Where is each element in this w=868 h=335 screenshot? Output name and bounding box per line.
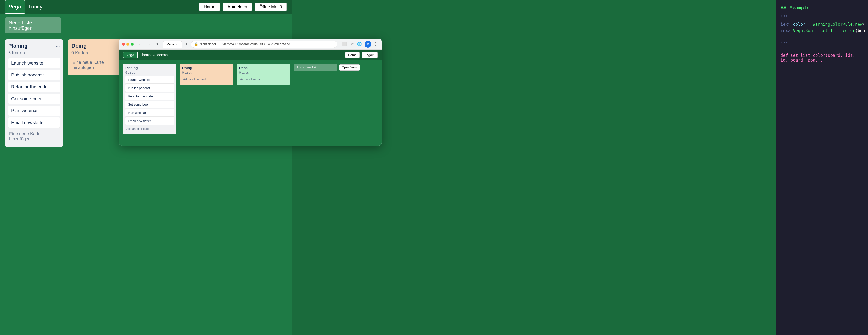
inner-list-done: Done ··· 0 cards Add another card <box>237 64 290 85</box>
bookmark-button[interactable]: ☆ <box>349 41 355 47</box>
inner-list-doing: Doing ··· 0 cards Add another card <box>180 64 233 85</box>
browser-url: lvh.me:4001/board/5e90a8a3306a5f0a91a75a… <box>222 42 290 46</box>
inner-list-planing-menu[interactable]: ··· <box>171 66 174 70</box>
inner-list-planing-count: 6 cards <box>125 71 174 74</box>
browser-chrome: ← → ↻ Vega × + 🔒 Nicht sicher | lvh.me:4… <box>119 39 381 49</box>
browser-window-controls <box>122 43 134 46</box>
browser-back-button[interactable]: ← <box>137 41 144 47</box>
inner-app-name-button[interactable]: Vega <box>123 52 138 58</box>
security-icon: 🔒 <box>194 42 198 46</box>
inner-list-doing-header: Doing ··· <box>182 66 231 70</box>
inner-list-planing-header: Planing ··· <box>125 66 174 70</box>
bg-app-name-button[interactable]: Vega <box>5 0 25 13</box>
list-item[interactable]: Publish podcast <box>8 70 60 80</box>
list-item[interactable]: Launch website <box>8 58 60 68</box>
inner-list-done-count: 0 cards <box>239 71 288 74</box>
code-divider: """ <box>780 14 863 20</box>
bg-list-doing-header: Doing ··· <box>71 43 123 49</box>
bg-list-doing: Doing ··· 0 Karten Eine neue Karte hinzu… <box>68 39 126 75</box>
inner-list-planing: Planing ··· 6 cards Launch website Publi… <box>123 64 177 134</box>
inner-home-button[interactable]: Home <box>345 52 360 58</box>
bg-abmelden-button[interactable]: Abmelden <box>223 3 252 11</box>
inner-planing-add-card[interactable]: Add another card <box>125 126 174 132</box>
browser-refresh-button[interactable]: ↻ <box>154 41 160 47</box>
bg-doing-add-card[interactable]: Eine neue Karte hinzufügen <box>71 58 123 72</box>
browser-avatar[interactable]: M <box>365 41 371 47</box>
inner-app: Vega Thomas Anderson Home Logout Planing… <box>119 49 381 146</box>
bg-list-planing-header: Planing ··· <box>8 43 60 49</box>
inner-open-menu-button[interactable]: Open Menu <box>339 64 360 71</box>
browser-forward-button[interactable]: → <box>145 41 152 47</box>
inner-list-done-title: Done <box>239 66 248 70</box>
browser-nav: ← → ↻ <box>137 41 160 47</box>
list-item[interactable]: Get some beer <box>125 101 174 108</box>
inner-doing-add-card[interactable]: Add another card <box>182 76 231 82</box>
bg-home-button[interactable]: Home <box>199 3 220 11</box>
cast-button[interactable]: ⬜ <box>341 41 348 47</box>
inner-done-add-card[interactable]: Add another card <box>239 76 288 82</box>
inner-user-name: Thomas Anderson <box>140 53 168 57</box>
inner-board: Planing ··· 6 cards Launch website Publi… <box>119 60 381 138</box>
browser-address-bar[interactable]: 🔒 Nicht sicher | lvh.me:4001/board/5e90a… <box>191 40 337 48</box>
translate-button[interactable]: 🌐 <box>356 41 363 47</box>
code-line-1: iex> color = WarningColorRule.new("green… <box>780 22 863 27</box>
inner-list-doing-count: 0 cards <box>182 71 231 74</box>
browser-tab[interactable]: Vega × <box>162 41 182 47</box>
bg-header-right: Home Abmelden Öffne Menü <box>199 3 287 11</box>
browser-dot-green <box>131 43 134 46</box>
inner-list-doing-menu[interactable]: ··· <box>228 66 231 70</box>
bg-neue-liste-label: Neue Liste hinzufügen <box>9 20 33 31</box>
inner-list-planing-title: Planing <box>125 66 138 70</box>
inner-list-doing-title: Doing <box>182 66 192 70</box>
security-label: Nicht sicher <box>199 42 216 46</box>
bg-list-planing-title: Planing <box>8 43 27 49</box>
list-item[interactable]: Launch website <box>125 76 174 83</box>
inner-list-done-menu[interactable]: ··· <box>285 66 288 70</box>
code-panel: ## Example """ iex> color = WarningColor… <box>776 0 868 335</box>
list-item[interactable]: Plan webinar <box>8 106 60 116</box>
list-item[interactable]: Publish podcast <box>125 85 174 92</box>
bg-list-planing-count: 6 Karten <box>8 51 60 56</box>
bg-oeffne-menu-button[interactable]: Öffne Menü <box>255 3 287 11</box>
code-divider-2: """ <box>780 41 863 46</box>
code-heading: ## Example <box>780 5 863 11</box>
bg-list-doing-title: Doing <box>71 43 87 49</box>
list-item[interactable]: Get some beer <box>8 94 60 104</box>
inner-header: Vega Thomas Anderson Home Logout <box>119 49 381 60</box>
bg-list-planing: Planing ··· 6 Karten Launch website Publ… <box>5 39 63 147</box>
browser-window: ← → ↻ Vega × + 🔒 Nicht sicher | lvh.me:4… <box>119 39 381 146</box>
browser-tab-title: Vega <box>167 42 174 46</box>
list-item[interactable]: Email newsletter <box>8 118 60 128</box>
list-item[interactable]: Plan webinar <box>125 109 174 116</box>
browser-tab-close[interactable]: × <box>176 43 178 46</box>
inner-add-list-input[interactable] <box>293 64 337 71</box>
more-button[interactable]: ⋮ <box>373 41 379 47</box>
bg-header: Vega Trinity Home Abmelden Öffne Menü <box>0 0 291 13</box>
bg-list-planing-menu[interactable]: ··· <box>56 43 60 49</box>
bg-user-name: Trinity <box>28 4 42 10</box>
list-item[interactable]: Refactor the code <box>125 93 174 100</box>
inner-list-done-header: Done ··· <box>239 66 288 70</box>
bg-planing-add-card[interactable]: Eine neue Karte hinzufügen <box>8 129 60 143</box>
browser-dot-yellow <box>126 43 129 46</box>
code-line-2: iex> Vega.Board.set_list_color(board, li… <box>780 28 863 33</box>
browser-actions: ⬜ ☆ 🌐 M ⋮ <box>341 41 379 47</box>
list-item[interactable]: Refactor the code <box>8 82 60 92</box>
list-item[interactable]: Email newsletter <box>125 118 174 125</box>
browser-new-tab-button[interactable]: + <box>184 41 189 47</box>
inner-header-right: Home Logout <box>345 52 378 58</box>
browser-dot-red <box>122 43 125 46</box>
inner-logout-button[interactable]: Logout <box>362 52 378 58</box>
bg-list-doing-count: 0 Karten <box>71 51 123 56</box>
inner-add-list-area: Open Menu <box>293 64 360 71</box>
code-def-line: def set_list_color(Board, ids, id, board… <box>780 53 863 63</box>
